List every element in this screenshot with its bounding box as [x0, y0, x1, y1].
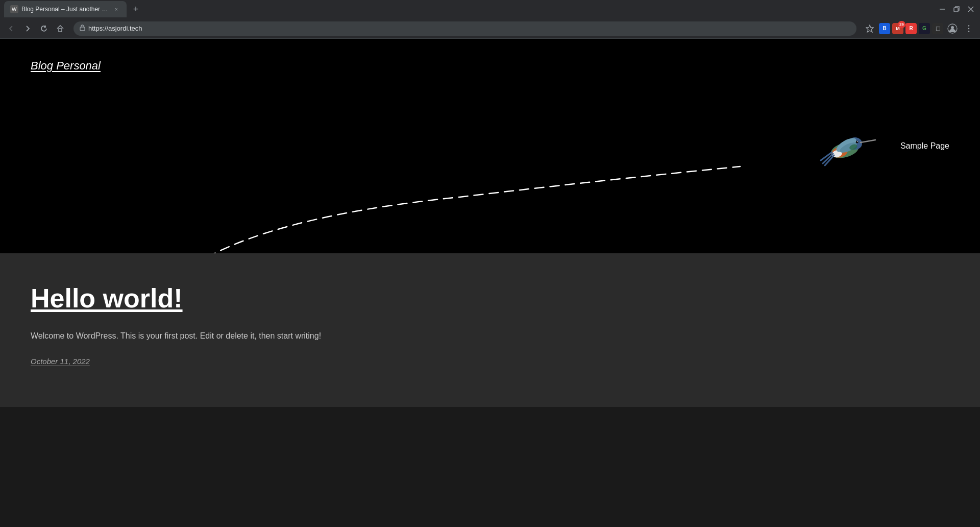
website-content: Blog Personal Sample Page — [0, 39, 980, 407]
badge-extension-icon[interactable]: 26 M — [892, 23, 903, 34]
tab-bar: W Blog Personal – Just another Wor × + — [0, 0, 980, 18]
svg-rect-6 — [59, 29, 62, 32]
home-button[interactable] — [53, 21, 67, 36]
forward-button[interactable] — [20, 21, 35, 36]
post-title[interactable]: Hello world! — [31, 284, 949, 313]
svg-point-10 — [951, 26, 954, 29]
svg-point-11 — [968, 25, 970, 27]
account-button[interactable] — [945, 21, 960, 36]
badge-count: 26 — [898, 21, 905, 28]
window-restore-button[interactable] — [951, 4, 962, 14]
svg-rect-3 — [954, 8, 958, 12]
window-minimize-button[interactable] — [937, 4, 947, 14]
site-nav: Sample Page — [900, 141, 949, 151]
svg-rect-7 — [80, 27, 85, 31]
tab-close-button[interactable]: × — [112, 5, 120, 13]
svg-point-12 — [968, 28, 970, 29]
browser-chrome: W Blog Personal – Just another Wor × + — [0, 0, 980, 39]
ssl-lock-icon — [80, 25, 85, 32]
window-close-button[interactable] — [966, 4, 976, 14]
bitwarden-extension-icon[interactable]: B — [879, 23, 890, 34]
blog-post: Hello world! Welcome to WordPress. This … — [31, 284, 949, 366]
site-title-link[interactable]: Blog Personal — [31, 59, 101, 73]
svg-marker-8 — [866, 25, 873, 32]
reload-button[interactable] — [37, 21, 51, 36]
sample-page-link[interactable]: Sample Page — [900, 141, 949, 150]
svg-point-20 — [857, 141, 858, 142]
menu-button[interactable] — [962, 21, 976, 36]
hummingbird-illustration — [812, 121, 878, 172]
toolbar: https://asjordi.tech B 26 M R G ⬚ — [0, 18, 980, 39]
toolbar-right: B 26 M R G ⬚ — [863, 21, 976, 36]
post-excerpt: Welcome to WordPress. This is your first… — [31, 329, 388, 343]
active-tab[interactable]: W Blog Personal – Just another Wor × — [4, 1, 127, 17]
tab-title: Blog Personal – Just another Wor — [21, 6, 109, 13]
post-date-link[interactable]: October 11, 2022 — [31, 357, 90, 366]
red-extension-icon[interactable]: R — [905, 23, 917, 34]
tab-favicon: W — [10, 5, 18, 13]
svg-point-13 — [968, 31, 970, 32]
svg-line-18 — [861, 140, 875, 142]
site-header: Blog Personal Sample Page — [0, 39, 980, 253]
address-bar[interactable]: https://asjordi.tech — [74, 21, 856, 36]
bookmark-star-icon[interactable] — [863, 21, 877, 36]
svg-text:W: W — [12, 7, 17, 12]
site-main-content: Hello world! Welcome to WordPress. This … — [0, 253, 980, 407]
url-text: https://asjordi.tech — [88, 25, 850, 32]
puzzle-extension-icon[interactable]: ⬚ — [932, 23, 943, 34]
new-tab-button[interactable]: + — [129, 2, 143, 16]
green-extension-icon[interactable]: G — [919, 23, 930, 34]
window-controls — [937, 4, 976, 14]
back-button[interactable] — [4, 21, 18, 36]
